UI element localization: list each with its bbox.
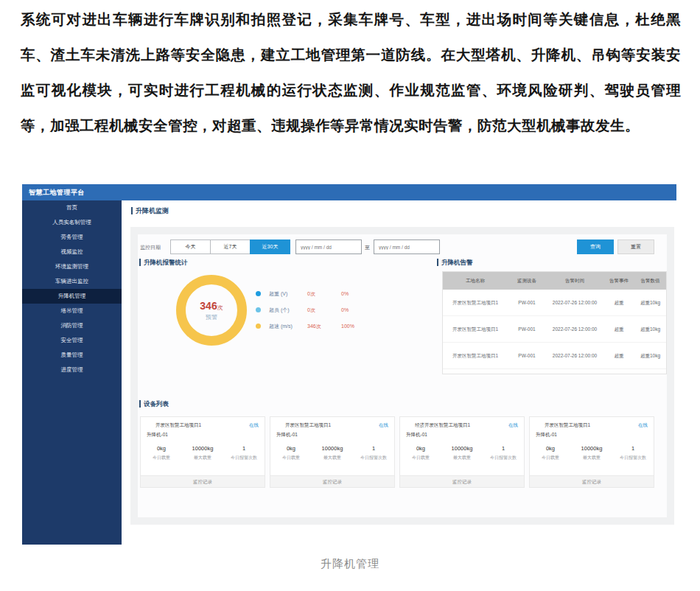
alarm-legend: 超重 (V) 0次 0% 超员 (个) 0次 0% 超速 (m/s) 346次 (256, 289, 354, 338)
monitor-record-button[interactable]: 监控记录 (400, 475, 524, 487)
monitor-record-button[interactable]: 监控记录 (530, 475, 654, 487)
sidebar-item-environment[interactable]: 环境监测管理 (22, 259, 122, 274)
col-site: 工地名称 (443, 272, 508, 290)
online-status-badge: 在线 (249, 422, 259, 429)
legend-row-overspeed: 超速 (m/s) 346次 100% (256, 321, 354, 331)
sidebar: 首页 人员实名制管理 劳务管理 视频监控 环境监测管理 车辆进出监控 升降机管理… (22, 200, 122, 545)
stat-label: 今日载重 (141, 455, 182, 461)
monitor-record-button[interactable]: 监控记录 (141, 475, 265, 487)
legend-label: 超员 (个) (269, 307, 307, 314)
date-to-label: 至 (365, 244, 370, 251)
cell-device: PW-001 (508, 316, 546, 342)
stat-label: 今日载重 (530, 455, 571, 461)
reset-button[interactable]: 重置 (617, 239, 654, 254)
sidebar-item-video[interactable]: 视频监控 (22, 245, 122, 259)
app-screenshot: 智慧工地管理平台 首页 人员实名制管理 劳务管理 视频监控 环境监测管理 车辆进… (22, 184, 676, 545)
cell-time: 2022-07-26 12:00:00 (546, 290, 603, 315)
col-event: 告警事件 (603, 272, 634, 290)
page-title: 升降机监测 (131, 207, 169, 214)
donut-total-unit: 次 (217, 304, 223, 311)
app-title: 智慧工地管理平台 (22, 184, 676, 200)
cell-value: 超重10kg (634, 343, 666, 368)
alerts-title: 升降机告警 (437, 259, 473, 266)
legend-label: 超重 (V) (269, 290, 307, 298)
stat-label: 今日报警次数 (353, 455, 394, 461)
sidebar-item-home[interactable]: 首页 (22, 200, 122, 215)
monitor-record-button[interactable]: 监控记录 (270, 475, 394, 487)
stat-value: 0kg (530, 445, 571, 452)
legend-percent: 100% (341, 324, 354, 329)
sidebar-item-quality[interactable]: 质量管理 (22, 348, 122, 363)
col-value: 告警数值 (634, 272, 666, 290)
main-content: 升降机监测 监控日期 今天 近7天 近30天 至 查询 重置 升降机报警统计 (122, 200, 676, 525)
cell-site: 开发区智慧工地项目1 (443, 343, 508, 368)
stat-label: 最大载重 (441, 455, 483, 461)
device-cards: 开发区智慧工地项目1 在线 升降机-01 0kg今日载重 10000kg最大载重… (140, 416, 654, 488)
range-7days-button[interactable]: 近7天 (210, 239, 251, 254)
stat-value: 10000kg (441, 445, 483, 452)
donut-total-value: 346 (200, 300, 217, 312)
card-project-name: 开发区智慧工地项目1 (536, 422, 590, 429)
legend-percent: 0% (341, 307, 349, 312)
start-date-input[interactable] (295, 239, 362, 254)
legend-count: 346次 (307, 323, 341, 330)
card-device-name: 升降机-01 (276, 432, 394, 438)
range-today-button[interactable]: 今天 (170, 239, 211, 254)
online-status-badge: 在线 (638, 422, 648, 429)
document-paragraph: 系统可对进出车辆进行车牌识别和拍照登记，采集车牌号、车型，进出场时间等关键信息，… (21, 1, 681, 143)
stat-value: 1 (612, 445, 654, 452)
sidebar-item-safety[interactable]: 安全管理 (22, 333, 122, 348)
stat-label: 今日载重 (270, 455, 312, 461)
sidebar-item-progress[interactable]: 进度管理 (22, 363, 122, 377)
sidebar-item-elevator[interactable]: 升降机管理 (22, 289, 122, 304)
table-row: 开发区智慧工地项目1 PW-001 2022-07-26 12:00:00 超重… (443, 290, 666, 316)
cell-time: 2022-07-26 12:00:00 (546, 343, 603, 368)
sidebar-item-tower-crane[interactable]: 塔吊管理 (22, 304, 122, 318)
card-project-name: 开发区智慧工地项目1 (276, 422, 331, 429)
legend-percent: 0% (341, 291, 349, 296)
end-date-input[interactable] (374, 239, 440, 254)
stat-value: 0kg (141, 445, 182, 452)
stat-value: 0kg (270, 445, 312, 452)
stat-label: 今日报警次数 (223, 455, 265, 461)
table-row: 开发区智慧工地项目1 PW-001 2022-07-26 12:00:00 超重… (443, 316, 666, 343)
donut-sub-label: 预警 (206, 313, 217, 321)
cell-time: 2022-07-26 12:00:00 (546, 316, 603, 342)
stat-value: 10000kg (182, 445, 223, 452)
card-device-name: 升降机-01 (147, 432, 265, 438)
sidebar-item-fire[interactable]: 消防管理 (22, 318, 122, 333)
cell-site: 开发区智慧工地项目1 (443, 290, 508, 315)
card-device-name: 升降机-01 (406, 432, 524, 438)
stat-value: 1 (353, 445, 394, 452)
sidebar-item-vehicle[interactable]: 车辆进出监控 (22, 274, 122, 289)
legend-count: 0次 (307, 307, 341, 314)
cell-value: 超重10kg (634, 290, 666, 315)
date-range-segment: 今天 近7天 近30天 (171, 239, 290, 254)
online-status-badge: 在线 (379, 422, 388, 429)
search-button[interactable]: 查询 (577, 239, 614, 254)
sidebar-item-labor[interactable]: 劳务管理 (22, 230, 122, 245)
alerts-table-header: 工地名称 监测设备 告警时间 告警事件 告警数值 (443, 272, 666, 290)
card-device-name: 升降机-01 (536, 432, 654, 438)
stat-value: 10000kg (571, 445, 612, 452)
range-30days-button[interactable]: 近30天 (250, 239, 290, 254)
table-row: 开发区智慧工地项目1 PW-001 2022-07-26 12:00:00 超重… (443, 343, 666, 369)
legend-row-overweight: 超重 (V) 0次 0% (256, 289, 354, 298)
cell-device: PW-001 (508, 290, 546, 315)
sidebar-item-personnel[interactable]: 人员实名制管理 (22, 215, 122, 230)
cell-event: 超重 (603, 290, 634, 315)
alarm-stats-title: 升降机报警统计 (139, 259, 188, 266)
card-project-name: 经济开发区智慧工地项目1 (406, 422, 470, 429)
legend-row-overcrowd: 超员 (个) 0次 0% (256, 305, 354, 315)
col-device: 监测设备 (508, 272, 546, 290)
stat-label: 今日载重 (400, 455, 441, 461)
stat-label: 最大载重 (182, 455, 223, 461)
legend-count: 0次 (307, 290, 341, 298)
stat-label: 最大载重 (312, 455, 353, 461)
device-list-title: 设备列表 (139, 400, 169, 408)
stat-label: 今日报警次数 (483, 455, 524, 461)
legend-dot-overspeed (256, 324, 261, 329)
stat-value: 1 (483, 445, 524, 452)
cell-device: PW-001 (508, 343, 546, 368)
legend-dot-overweight (256, 291, 261, 296)
